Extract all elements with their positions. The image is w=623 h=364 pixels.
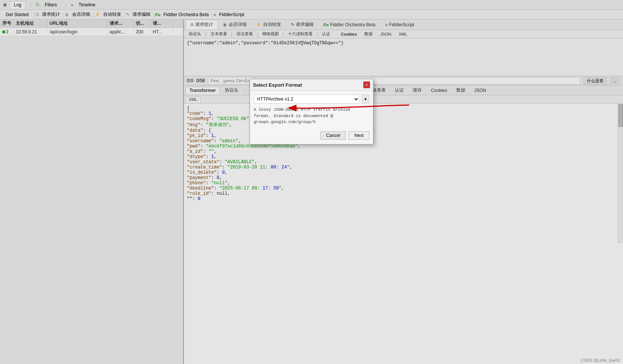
tab-session-detail[interactable]: 🗎 会话详细 [218,20,251,30]
response-line: "dtype": 1, [187,154,615,159]
sep5: | [153,12,155,17]
bottom-tab-data[interactable]: 数据 [452,86,470,95]
tab-request-stats[interactable]: ⊙ 请求统计 [185,20,218,30]
response-line: "": 0 [187,196,615,202]
sub-tab-headers[interactable]: 协议头 [185,30,205,38]
request-body: {"username":"admin","password":"8i4De25K… [184,38,623,76]
tab-orchestra[interactable]: Fo Fiddler Orchestra Beta [319,20,380,29]
tab-log[interactable]: Log [10,1,26,9]
response-line: "role_id": null, [187,191,615,196]
table-row[interactable]: 2 10.59.9.21 /api/user/login applic... 2… [0,28,183,36]
filter-btn[interactable]: 什么是查 [584,77,607,85]
bottom-tab-json[interactable]: JSON [470,87,491,94]
btn-auto-transform[interactable]: 自动转发 [101,11,123,18]
th-status: 状... [134,20,150,27]
sep1: | [33,12,35,17]
th-url: URL地址 [47,20,107,27]
sub-tab-networkview[interactable]: 网络视图 [259,30,282,38]
count-label: 0/58 [196,78,205,83]
tab-request-edit[interactable]: ✎ 请求编辑 [286,20,319,30]
edit-tab-icon: ✎ [291,22,294,27]
tab-auto-transform[interactable]: ⚡ 自动转发 [251,20,286,30]
watermark: CSDN @Little_Ear01 [581,358,620,362]
tab-timeline[interactable]: Timeline [75,2,99,8]
format-select[interactable]: HTTPArchive v1.2 [254,95,360,104]
next-button[interactable]: Next [349,131,369,140]
transform-tab-icon: ⚡ [256,22,262,27]
sub-divider3: | [257,32,258,36]
th-seq: 序号 [0,20,14,27]
filter-btn2[interactable]: ... [610,77,620,84]
response-line: "a_id": "", [187,149,615,154]
bottom-tab-auth[interactable]: 认证 [391,86,408,95]
sep2: | [63,12,64,17]
transform-icon: ⚡ [95,12,100,17]
bottom-tab-cache[interactable]: 缓存 [409,86,426,95]
export-format-dialog: Select Export Format × HTTPArchive v1.2 … [250,79,373,144]
btn-get-started[interactable]: Get Started [2,11,33,18]
response-line: "payment": 0, [187,175,615,180]
bottom-tab-headers[interactable]: 协议头 [221,86,242,95]
orchestra-icon: Fo [155,12,160,17]
scrollbar-thumb[interactable] [618,104,623,127]
sub-tab-syntaxview[interactable]: 语法查看 [233,30,256,38]
bottom-sub-tab-xml[interactable]: XML [185,96,201,102]
td-req: applic... [107,29,134,35]
timeline-icon: ≡ [71,3,73,7]
right-top-tabs: ⊙ 请求统计 🗎 会话详细 ⚡ 自动转发 ✎ 请求编辑 Fo Fiddler O… [184,20,623,30]
modal-close-button[interactable]: × [363,81,370,88]
script-icon: ≡ [214,12,216,17]
divider1: | [30,2,31,8]
sep4: | [124,12,125,17]
response-line: "is_delete": 0, [187,170,615,175]
response-content: { "code": 1, "codeMsg": "SUCCESS OK", "m… [184,104,618,243]
log-icon: ▣ [3,2,7,7]
modal-footer: Cancel Next [254,129,369,140]
table-header: 序号 主机地址 URL地址 请求... 状... 请... [0,20,183,28]
sub-tab-xml[interactable]: XML [395,31,411,37]
bottom-tab-cookies[interactable]: Cookies [427,87,451,94]
sub-divider1: | [205,32,206,36]
toolbar-row: Get Started | ⊙ 请求统计 | 🗎 会话详细 | ⚡ 自动转发 |… [0,10,623,20]
sub-tab-cookies[interactable]: Cookies [337,31,360,37]
btn-session-detail[interactable]: 会话详细 [70,11,92,18]
sub-tab-json[interactable]: JSON [377,31,394,37]
modal-title: Select Export Format [253,82,302,88]
request-sub-tabs: 协议头 | 文本查看 | 语法查看 | 网络视图 | 十六进制查看 | 认证 C… [184,30,623,38]
sub-tab-data[interactable]: 数据 [361,30,376,38]
sub-tab-hexview[interactable]: 十六进制查看 [284,30,316,38]
tab-filters[interactable]: Filters [41,2,61,8]
cancel-button[interactable]: Cancel [321,131,346,140]
th-req: 请求... [107,20,134,27]
sub-tab-auth[interactable]: 认证 [319,30,334,38]
row-badge: 2 [2,29,9,35]
btn-orchestra[interactable]: Fiddler Orchestra Beta [161,11,211,18]
dropdown-arrow-icon[interactable]: ▼ [362,95,369,104]
sub-tab-textview[interactable]: 文本查看 [207,30,230,38]
format-select-row: HTTPArchive v1.2 ▼ [254,95,369,104]
sep3: | [93,12,94,17]
edit-icon: ✎ [126,12,129,17]
btn-request-edit[interactable]: 请求编辑 [130,11,153,18]
btn-request-stats[interactable]: 请求统计 [40,11,62,18]
response-line: "phone": "null", [187,180,615,186]
request-body-text: {"username":"admin","password":"8i4De25K… [187,41,344,46]
response-line: "deadline": "2025-06-17 09: 17: 59", [187,186,615,191]
td-info: HT... [150,29,173,35]
left-panel: 序号 主机地址 URL地址 请求... 状... 请... 2 10.59.9.… [0,20,184,364]
td-seq: 2 [0,29,14,35]
script-tab-icon: ≡ [385,23,387,27]
td-url: /api/user/login [47,29,107,35]
scrollbar[interactable] [618,104,623,243]
top-tabs-bar: ▣ Log | ☑ Filters | ≡ Timeline [0,0,623,10]
bot-sep1: | [243,88,246,93]
bottom-tab-transformer[interactable]: Transformer [185,87,220,94]
th-host: 主机地址 [14,20,47,27]
tab-fiddler-script[interactable]: ≡ FiddlerScript [380,20,419,29]
session-icon: 🗎 [65,12,69,17]
divider2: | [65,2,66,8]
btn-fiddler-script[interactable]: FiddlerScript [217,11,247,18]
status-dot [2,30,5,33]
response-line: "create_time": "2019-03-20 11: 00: 24", [187,165,615,170]
sep6: | [212,12,213,17]
